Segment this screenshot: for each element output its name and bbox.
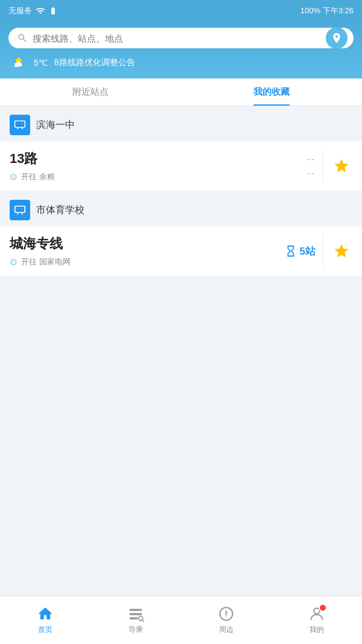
nav-item-mine[interactable]: 我的 [272, 596, 362, 644]
battery-status-icon [49, 7, 57, 15]
status-top-1: -- [307, 154, 316, 164]
person-icon [308, 605, 325, 622]
svg-rect-7 [16, 123, 19, 124]
route-direction-2: ⊙ 开往 国家电网 [10, 257, 273, 267]
weather-banner: 5℃ 8路线路优化调整公告 [8, 48, 354, 78]
route-direction-1: ⊙ 开往 余粮 [10, 171, 273, 182]
stop-icon-1 [13, 118, 27, 132]
nav-item-home[interactable]: 首页 [0, 596, 91, 644]
direction-arrow-2: ⊙ [10, 257, 17, 267]
guide-nav-icon [127, 605, 144, 622]
cloud-sun-icon [11, 54, 28, 71]
svg-rect-9 [20, 122, 24, 126]
status-bottom-1: -- [307, 168, 316, 178]
mine-nav-icon [308, 605, 325, 622]
weather-notice: 8路线路优化调整公告 [54, 57, 135, 68]
svg-line-12 [17, 213, 18, 215]
guide-icon [127, 605, 144, 622]
search-icon [17, 33, 28, 43]
svg-line-5 [22, 128, 23, 130]
direction-arrow-1: ⊙ [10, 171, 17, 182]
stop-icon-2 [13, 203, 27, 217]
svg-rect-20 [130, 617, 138, 620]
star-icon-2 [333, 243, 350, 260]
status-bar: 无服务 100% 下午3:26 [0, 0, 362, 22]
direction-text-1: 开往 余粮 [21, 171, 55, 182]
svg-rect-18 [130, 609, 142, 611]
content-area: 滨海一中 13路 ⊙ 开往 余粮 -- -- [0, 106, 362, 644]
route-status-1: -- -- [273, 150, 316, 182]
route-status-2: 5站 [273, 235, 316, 267]
divider-1 [323, 150, 323, 182]
status-left: 无服务 [8, 5, 57, 16]
stops-badge-2: 5站 [284, 244, 316, 258]
nav-item-guide[interactable]: 导乘 [91, 596, 181, 644]
svg-line-4 [17, 128, 18, 130]
section-title-1: 滨海一中 [36, 119, 75, 132]
status-time: 100% 下午3:26 [300, 5, 354, 16]
temperature: 5℃ [34, 58, 48, 68]
section-header-1: 滨海一中 [0, 106, 362, 141]
route-card-1[interactable]: 13路 ⊙ 开往 余粮 -- -- [0, 141, 362, 191]
svg-rect-16 [16, 209, 19, 210]
tab-nearby[interactable]: 附近站点 [0, 78, 181, 106]
nav-label-nearby: 周边 [219, 625, 233, 635]
nearby-nav-icon [218, 605, 235, 622]
hourglass-icon [284, 244, 297, 258]
route-name-2: 城海专线 [10, 235, 273, 253]
compass-icon [218, 605, 235, 622]
direction-text-2: 开往 国家电网 [21, 257, 71, 267]
status-carrier: 无服务 [8, 5, 32, 16]
bus-stop-icon-2 [10, 200, 30, 220]
search-bar[interactable] [8, 28, 354, 48]
nav-label-guide: 导乘 [129, 625, 143, 635]
bus-stop-icon-1 [10, 115, 30, 135]
weather-icon [11, 54, 28, 71]
svg-line-13 [22, 213, 23, 215]
bottom-nav: 首页 导乘 周边 [0, 596, 362, 644]
status-right: 100% 下午3:26 [300, 5, 354, 16]
home-icon [37, 605, 54, 622]
star-icon-1 [333, 158, 350, 174]
star-button-2[interactable] [331, 235, 352, 267]
section-header-2: 市体育学校 [0, 191, 362, 226]
nav-label-mine: 我的 [310, 625, 324, 635]
wifi-icon [36, 6, 45, 16]
route-info-1: 13路 ⊙ 开往 余粮 [10, 150, 273, 182]
svg-point-25 [314, 608, 319, 614]
tab-favorites[interactable]: 我的收藏 [181, 78, 362, 106]
svg-rect-17 [20, 207, 24, 211]
svg-rect-14 [16, 207, 19, 208]
divider-2 [323, 235, 323, 267]
header: 5℃ 8路线路优化调整公告 [0, 22, 362, 78]
nav-label-home: 首页 [38, 625, 52, 635]
svg-rect-15 [16, 208, 19, 209]
home-nav-icon [37, 605, 54, 622]
svg-rect-8 [16, 124, 19, 125]
location-button[interactable] [326, 27, 348, 49]
svg-rect-6 [16, 122, 19, 123]
nav-item-nearby[interactable]: 周边 [181, 596, 272, 644]
route-info-2: 城海专线 ⊙ 开往 国家电网 [10, 235, 273, 267]
route-card-2[interactable]: 城海专线 ⊙ 开往 国家电网 5站 [0, 226, 362, 276]
search-input[interactable] [33, 33, 345, 43]
svg-rect-19 [130, 613, 142, 616]
tabs: 附近站点 我的收藏 [0, 78, 362, 106]
route-name-1: 13路 [10, 150, 273, 168]
stops-count: 5站 [300, 244, 316, 258]
star-button-1[interactable] [331, 150, 352, 182]
location-icon [331, 32, 343, 44]
section-title-2: 市体育学校 [36, 204, 84, 217]
